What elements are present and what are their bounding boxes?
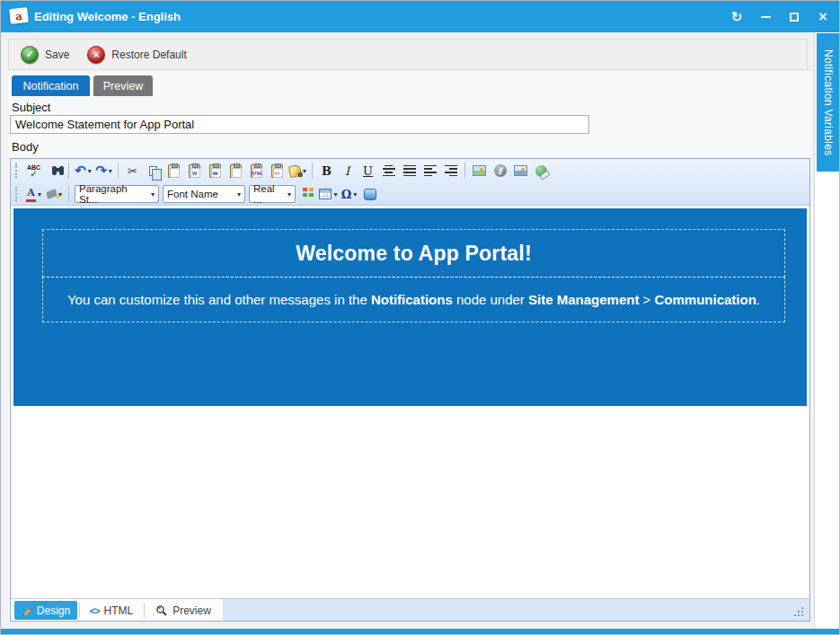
code-brackets-icon: <>	[90, 605, 100, 616]
paste-html-icon[interactable]: HTML	[246, 161, 267, 181]
email-paragraph: You can customize this and other message…	[43, 292, 784, 307]
resize-grip[interactable]	[794, 607, 803, 615]
template-manager-icon[interactable]	[359, 184, 380, 204]
module-glyph	[303, 188, 307, 191]
refresh-icon[interactable]: ↻	[722, 1, 751, 32]
justify-glyph	[403, 165, 416, 176]
paragraph-style-value: Paragraph St...	[79, 183, 147, 205]
font-color-icon[interactable]: A	[23, 184, 44, 204]
underline-icon[interactable]: U	[358, 161, 378, 181]
copy-icon[interactable]	[143, 161, 164, 181]
paragraph-bold-communication: Communication	[655, 292, 756, 307]
mode-separator	[144, 603, 145, 618]
font-size-dropdown[interactable]: Real ...	[249, 185, 296, 203]
toolbar-separator	[68, 163, 69, 179]
editor-mode-strip: Design <> HTML Preview	[11, 598, 809, 621]
paste-plain-text-icon[interactable]	[225, 161, 246, 181]
clipboard-glyph: HTML	[251, 164, 262, 178]
editor-toolbar: ABC ✓ ↶ ↷ ✂ W W HTML <>	[11, 159, 809, 206]
subject-input[interactable]	[10, 115, 589, 134]
paragraph-bold-notifications: Notifications	[371, 292, 453, 307]
globe-link-glyph	[535, 165, 547, 177]
email-heading: Welcome to App Portal!	[296, 242, 532, 266]
hyperlink-icon[interactable]	[531, 161, 552, 181]
mode-tab-design[interactable]: Design	[14, 601, 77, 620]
binoculars-glyph	[52, 166, 57, 175]
align-left-glyph	[424, 165, 437, 176]
flash-manager-icon[interactable]: f	[490, 161, 510, 181]
close-icon[interactable]: ×	[809, 1, 837, 32]
paste-from-word-nofont-icon[interactable]: W	[205, 161, 225, 181]
save-button[interactable]: ✓ Save	[21, 46, 69, 64]
paragraph-style-dropdown[interactable]: Paragraph St...	[75, 185, 159, 203]
format-painter-icon[interactable]	[287, 161, 308, 181]
toolbar-drag-handle[interactable]	[15, 187, 20, 201]
email-title-block[interactable]: Welcome to App Portal!	[42, 229, 785, 278]
magnifier-icon	[155, 604, 168, 617]
background-color-icon[interactable]	[44, 184, 65, 204]
mode-preview-label: Preview	[172, 604, 211, 617]
spellcheck-icon[interactable]: ABC ✓	[23, 161, 44, 181]
insert-table-icon[interactable]	[318, 184, 339, 204]
mode-tab-preview[interactable]: Preview	[146, 601, 221, 620]
paragraph-text: .	[756, 292, 760, 307]
media-manager-icon[interactable]	[510, 161, 531, 181]
italic-icon[interactable]: I	[337, 161, 358, 181]
paste-icon[interactable]	[164, 161, 184, 181]
tab-notification[interactable]: Notification	[12, 75, 90, 96]
mode-tab-html[interactable]: <> HTML	[81, 601, 142, 620]
save-label: Save	[45, 49, 69, 61]
window-title: Editing Welcome - English	[34, 1, 181, 32]
undo-icon[interactable]: ↶	[73, 161, 93, 181]
restore-default-label: Restore Default	[111, 49, 186, 61]
underline-glyph: U	[363, 164, 373, 178]
save-check-icon: ✓	[21, 46, 39, 64]
mode-html-label: HTML	[104, 604, 134, 617]
paint-bucket-glyph	[47, 189, 57, 199]
toolbar-drag-handle[interactable]	[15, 163, 20, 178]
align-center-icon[interactable]	[378, 161, 399, 181]
find-icon[interactable]	[44, 161, 65, 181]
email-paragraph-block[interactable]: You can customize this and other message…	[42, 277, 785, 322]
font-name-value: Font Name	[167, 189, 218, 199]
email-body[interactable]: Welcome to App Portal! You can customize…	[13, 208, 807, 406]
titlebar: a Editing Welcome - English ↻ ×	[1, 1, 840, 32]
toolbar-separator	[68, 186, 69, 202]
module-manager-icon[interactable]	[297, 184, 318, 204]
editor-toolbar-row-1: ABC ✓ ↶ ↷ ✂ W W HTML <>	[11, 159, 809, 182]
app-logo-icon: a	[9, 7, 29, 24]
undo-glyph: ↶	[75, 164, 86, 177]
paste-from-word-icon[interactable]: W	[184, 161, 205, 181]
editor-content-area[interactable]: Welcome to App Portal! You can customize…	[11, 206, 809, 598]
bold-glyph: B	[322, 164, 332, 178]
clipboard-glyph	[230, 164, 242, 178]
justify-icon[interactable]	[399, 161, 420, 181]
paste-as-html-icon[interactable]: <>	[267, 161, 287, 181]
align-left-icon[interactable]	[420, 161, 440, 181]
copy-glyph	[149, 166, 157, 176]
mode-separator	[79, 603, 80, 618]
toolbar-separator	[118, 163, 119, 179]
font-size-value: Real ...	[253, 183, 284, 205]
italic-glyph: I	[345, 164, 349, 178]
notification-variables-tab[interactable]: Notification Variables	[817, 33, 840, 172]
restore-x-icon: ×	[87, 46, 105, 64]
tab-preview[interactable]: Preview	[93, 75, 153, 96]
toolbar-separator	[312, 163, 313, 179]
insert-symbol-icon[interactable]: Ω	[339, 184, 359, 204]
cut-icon[interactable]: ✂	[122, 161, 143, 181]
align-center-glyph	[383, 165, 395, 176]
font-color-glyph: A	[26, 187, 36, 202]
redo-icon[interactable]: ↷	[93, 161, 114, 181]
font-name-dropdown[interactable]: Font Name	[163, 185, 245, 203]
restore-default-button[interactable]: × Restore Default	[87, 46, 186, 64]
image-manager-icon[interactable]	[469, 161, 490, 181]
maximize-icon[interactable]	[780, 1, 809, 32]
brush-glyph	[288, 163, 302, 177]
align-right-icon[interactable]	[440, 161, 461, 181]
toolbar-separator	[464, 163, 465, 179]
table-grid-glyph	[319, 189, 332, 199]
command-toolbar: ✓ Save × Restore Default	[8, 39, 808, 70]
bold-icon[interactable]: B	[316, 161, 337, 181]
minimize-icon[interactable]	[751, 1, 780, 32]
